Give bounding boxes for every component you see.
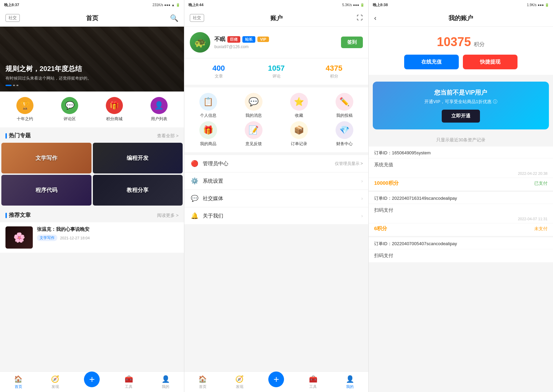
status-signal-account: ●●● — [353, 3, 359, 7]
bottom-nav-account: 🏠 首页 🧭 发现 + 🧰 工具 👤 我的 — [184, 372, 368, 392]
stat-articles: 400 文章 — [190, 64, 247, 79]
menu-messages[interactable]: 💬 我的消息 — [232, 93, 275, 118]
me-label-2: 我的 — [346, 384, 354, 389]
sign-in-button[interactable]: 签到 — [341, 37, 363, 48]
home-icon: 🏠 — [14, 375, 23, 383]
home-label: 首页 — [15, 384, 22, 389]
hot-topics-more[interactable]: 查看全部 > — [157, 133, 179, 139]
status-wifi-home: ▲ — [171, 3, 175, 7]
bottom-nav-home-btn-2[interactable]: 🏠 首页 — [184, 375, 221, 389]
stat-comments-label: 评论 — [247, 73, 305, 79]
bottom-nav-tools-btn-2[interactable]: 🧰 工具 — [295, 375, 331, 389]
expand-icon-account[interactable]: ⛶ — [357, 14, 363, 22]
status-time-myaccount: 晚上8:38 — [373, 2, 388, 8]
recommended-more[interactable]: 阅读更多 > — [157, 212, 179, 219]
hero-banner[interactable]: 规则之树，2021年度总结 有时候回过头来看这个网站，还觉得挺奇妙的。 — [0, 27, 184, 92]
nav-bar-account: 社交 账户 ⛶ — [184, 10, 368, 27]
nav-title-account: 账户 — [270, 14, 283, 22]
myaccount-content: 10375 积分 在线充值 快捷提现 您当前不是VIP用户 开通VIP，可享受全… — [369, 27, 553, 392]
topic-item-2[interactable]: 编程开发 — [93, 143, 183, 173]
topic-item-4[interactable]: 教程分享 — [93, 175, 183, 206]
menu-favorites[interactable]: ⭐ 收藏 — [278, 93, 321, 118]
topic-label-4: 教程分享 — [127, 187, 148, 194]
menu-profile[interactable]: 📋 个人信息 — [187, 93, 230, 118]
article-item-1[interactable]: 🌸 张温克：我的心事说晚安 文学写作 2021-12-27 18:04 — [0, 222, 184, 253]
withdraw-button[interactable]: 快捷提现 — [463, 55, 517, 69]
social-tag-home[interactable]: 社交 — [5, 14, 20, 22]
menu-contribute[interactable]: ✏️ 我的投稿 — [323, 93, 366, 118]
menu-feedback[interactable]: 📝 意见反馈 — [232, 121, 275, 147]
menu-admin[interactable]: 🔴 管理员中心 仅管理员显示 > — [184, 155, 368, 172]
admin-right: 仅管理员显示 > — [335, 161, 363, 167]
bottom-nav-discover-btn[interactable]: 🧭 发现 — [37, 375, 74, 389]
recharge-button[interactable]: 在线充值 — [404, 55, 459, 69]
account-name: 不眠 — [214, 36, 225, 43]
contribute-label: 我的投稿 — [336, 113, 353, 118]
menu-finance[interactable]: 💎 财务中心 — [323, 121, 366, 147]
badge-vip: VIP — [257, 37, 269, 42]
article-date-1: 2021-12-27 18:04 — [60, 236, 90, 240]
order-amount-row-2: 6积分 未支付 — [369, 223, 553, 236]
article-tag-1: 文学写作 — [37, 235, 57, 241]
topic-item-3[interactable]: 程序代码 — [1, 175, 91, 206]
order-amount-row-1: 10000积分 已支付 — [369, 178, 553, 191]
topic-label-3: 程序代码 — [36, 187, 57, 194]
menu-settings[interactable]: ⚙️ 系统设置 › — [184, 172, 368, 190]
order-desc-2: 扫码支付 — [369, 204, 553, 217]
order-status-1: 已支付 — [534, 180, 548, 186]
quick-icons-row: 🏆 十年之约 💬 评论区 🎁 积分商城 👤 用户列表 — [0, 92, 184, 127]
bottom-nav-discover-btn-2[interactable]: 🧭 发现 — [221, 375, 258, 389]
search-icon-home[interactable]: 🔍 — [170, 14, 179, 22]
discover-label-2: 发现 — [236, 384, 243, 389]
menu-about[interactable]: 🔔 关于我们 › — [184, 207, 368, 225]
quick-item-4[interactable]: 👤 用户列表 — [151, 97, 168, 122]
vip-subtitle-text: 开通VIP，可享受全站商品1折优惠 — [424, 99, 492, 105]
nav-right-home: 🔍 — [170, 14, 179, 22]
menu-goods[interactable]: 🎁 我的商品 — [187, 121, 230, 147]
panel-home: 晚上8:37 231K/s ●●● ▲ 🔋 社交 首页 🔍 规则之树，2021年… — [0, 0, 184, 392]
status-speed-home: 231K/s — [153, 3, 163, 7]
vip-title: 您当前不是VIP用户 — [380, 88, 542, 97]
account-email: buxia97@126.com — [214, 44, 337, 49]
hot-topics-header: 热门专题 查看全部 > — [0, 127, 184, 143]
article-meta-1: 文学写作 2021-12-27 18:04 — [37, 235, 179, 241]
finance-icon: 💎 — [336, 121, 353, 139]
bottom-nav-add-btn[interactable]: + — [74, 377, 111, 387]
status-icons-account: 5.3K/s ●●● 🔋 — [342, 3, 364, 7]
quick-item-1[interactable]: 🏆 十年之约 — [16, 97, 33, 122]
badge-station: 站长 — [242, 36, 255, 43]
order-3: 订单ID：20220407005407scancodealipay 扫码支付 — [369, 237, 553, 262]
bottom-nav-add-btn-2[interactable]: + — [258, 377, 295, 387]
points-section: 10375 积分 在线充值 快捷提现 — [369, 27, 553, 78]
dot-inactive-2 — [16, 85, 18, 86]
order-date-1: 2022-04-22 20:38 — [369, 171, 553, 178]
status-battery-home: 🔋 — [176, 3, 180, 7]
social-tag-account[interactable]: 社交 — [190, 14, 204, 22]
finance-label: 财务中心 — [336, 141, 353, 147]
order-id-1: 订单ID：1650649095system — [369, 146, 553, 158]
points-unit: 积分 — [474, 41, 485, 47]
account-content: 🐢 不眠 巨佬 站长 VIP buxia97@126.com 签到 400 文章… — [184, 27, 368, 372]
order-1: 订单ID：1650649095system 系统充值 2022-04-22 20… — [369, 146, 553, 191]
discover-label: 发现 — [52, 384, 59, 389]
quick-item-3[interactable]: 🎁 积分商城 — [106, 97, 123, 122]
admin-icon: 🔴 — [190, 160, 199, 167]
quick-item-2[interactable]: 💬 评论区 — [61, 97, 78, 122]
bottom-nav-tools-btn[interactable]: 🧰 工具 — [110, 375, 147, 389]
panel-my-account: 晚上8:38 1.9K/s ●●● 🔋 ‹ 我的账户 10375 积分 在线充值… — [369, 0, 553, 392]
home-icon-2: 🏠 — [198, 375, 207, 383]
vip-open-button[interactable]: 立即开通 — [442, 110, 480, 123]
nav-bar-home: 社交 首页 🔍 — [0, 10, 184, 27]
bottom-nav-me-btn[interactable]: 👤 我的 — [147, 375, 184, 389]
badge-julaod: 巨佬 — [227, 36, 240, 43]
status-icons-home: 231K/s ●●● ▲ 🔋 — [153, 3, 180, 7]
topic-item-1[interactable]: 文学写作 — [1, 143, 91, 173]
back-button[interactable]: ‹ — [374, 14, 377, 22]
bottom-nav-home-btn[interactable]: 🏠 首页 — [0, 375, 37, 389]
topic-label-1: 文学写作 — [36, 155, 57, 162]
stat-comments: 1057 评论 — [247, 64, 305, 79]
menu-social[interactable]: 💬 社交媒体 › — [184, 190, 368, 207]
bottom-nav-me-btn-2[interactable]: 👤 我的 — [331, 375, 368, 389]
menu-orders[interactable]: 📦 订单记录 — [278, 121, 321, 147]
feedback-label: 意见反馈 — [245, 141, 262, 147]
